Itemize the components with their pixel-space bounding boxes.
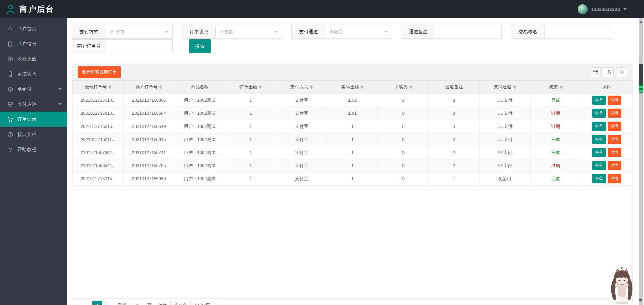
detail-button[interactable]: 详情 [608, 148, 621, 157]
scroll-up-arrow-icon[interactable] [640, 21, 642, 23]
mend-order-button[interactable]: 补单 [592, 161, 606, 170]
sort-icon[interactable] [410, 85, 412, 89]
chevron-down-icon [623, 8, 627, 10]
search-button[interactable]: 搜索 [189, 39, 211, 53]
cell-actions: 补单详情 [581, 133, 632, 146]
sidebar-item-help-tutorial[interactable]: ?帮助教程 [0, 142, 67, 157]
sidebar-item-api-docs[interactable]: 接口文档 [0, 127, 67, 142]
detail-button[interactable]: 详情 [608, 135, 621, 144]
pagination-confirm-button[interactable]: 确定 [155, 301, 171, 305]
mend-order-button[interactable]: 补单 [592, 96, 606, 105]
cell-pay-method: 支付宝 [276, 94, 327, 107]
filter-label: 订单状态 [182, 25, 216, 38]
cell-pay-channel: YY支付 [480, 146, 531, 159]
sort-icon[interactable] [361, 85, 363, 89]
pagination-page-1[interactable]: 1 [92, 301, 102, 305]
cell-channel-note: 3 [429, 133, 480, 146]
sidebar-item-merchant-home[interactable]: 商户首页 [0, 21, 67, 36]
user-menu[interactable]: 13333333333 [578, 4, 644, 14]
mend-order-button[interactable]: 补单 [592, 135, 606, 144]
cell-merchant-order-no: 20210127155705 [123, 159, 174, 172]
sidebar-item-order-records[interactable]: 订单记录 [0, 112, 67, 127]
cell-product-name: 用户：1002测试 [174, 120, 225, 133]
cell-actual-amount: 1 [327, 172, 378, 185]
table-row: 2021012715011...20210127155915用户：1002测试1… [73, 133, 632, 146]
person-logo-icon [6, 4, 15, 15]
table-row: 2101271556541...20210127155705用户：1002测试1… [73, 159, 632, 172]
columns-filter-button[interactable] [591, 67, 601, 77]
sidebar-item-no-sign-pay[interactable]: 免签付 [0, 82, 67, 97]
cell-channel-note: 2 [429, 146, 480, 159]
cell-product-name: 用户：1002测试 [174, 146, 225, 159]
cell-actual-amount: 1 [327, 133, 378, 146]
cell-order-amount: 1 [225, 146, 276, 159]
doc-edit-icon [7, 41, 13, 47]
scrollbar-track[interactable] [639, 18, 643, 305]
sidebar-item-monitor-status[interactable]: 监控状态 [0, 66, 67, 82]
sort-icon[interactable] [259, 85, 262, 89]
detail-button[interactable]: 详情 [608, 174, 621, 183]
mascot-widget[interactable] [606, 266, 638, 305]
user-avatar[interactable] [578, 4, 588, 14]
orders-table: 云端订单号商户订单号商品名称订单金额支付方式实际金额手续费通道备注支付通道状态操… [72, 81, 632, 186]
column-label: 商品名称 [191, 84, 209, 90]
pagination-page-label: 页 [147, 301, 152, 305]
sidebar-item-pay-channel[interactable]: 支付通道 [0, 97, 67, 112]
select-value: 不限制 [329, 29, 343, 35]
mend-order-button[interactable]: 补单 [592, 174, 606, 183]
merchant-order-no-input[interactable] [106, 40, 172, 53]
trade-domain-input[interactable] [545, 25, 611, 38]
cell-actual-amount: 1 [327, 120, 378, 133]
pagination-jump-input[interactable] [130, 301, 144, 305]
column-label: 商户订单号 [136, 84, 157, 90]
sort-icon[interactable] [513, 85, 516, 89]
col-status[interactable]: 状态 [530, 81, 581, 94]
column-label: 实际金额 [341, 84, 359, 90]
sidebar-item-merchant-info[interactable]: 商户信息 [0, 36, 67, 51]
export-button[interactable] [604, 67, 614, 77]
detail-button[interactable]: 详情 [608, 161, 621, 170]
mascot-character[interactable] [606, 266, 638, 305]
print-button[interactable] [617, 67, 627, 77]
order-status-select[interactable]: 不限制 [216, 25, 282, 38]
chevron-down-icon [58, 103, 62, 105]
pay-method-select[interactable]: 不限制 [106, 25, 172, 38]
col-cloud-order-no[interactable]: 云端订单号 [73, 81, 124, 94]
cell-fee: 0 [378, 159, 429, 172]
scrollbar-thumb[interactable] [639, 64, 643, 85]
col-actual-amount[interactable]: 实际金额 [327, 81, 378, 94]
delete-expired-orders-button[interactable]: 删除所有过期订单 [78, 66, 121, 78]
sort-icon[interactable] [159, 85, 162, 89]
sort-icon[interactable] [560, 85, 562, 89]
pagination: ‹ 1 › 到第 页 确定 共 8 条 10 条/页 ▾ [79, 301, 218, 305]
cell-order-amount: 1 [225, 94, 276, 107]
sort-icon[interactable] [310, 85, 313, 89]
sort-icon[interactable] [109, 85, 111, 89]
mend-order-button[interactable]: 补单 [592, 148, 606, 157]
sidebar-item-balance-recharge[interactable]: 余额充值 [0, 51, 67, 66]
channel-note-input[interactable] [435, 25, 501, 38]
detail-button[interactable]: 详情 [608, 96, 621, 105]
column-label: 通道备注 [445, 84, 463, 90]
detail-button[interactable]: 详情 [608, 109, 621, 118]
pagination-next-button[interactable]: › [105, 301, 115, 305]
pagination-prev-button[interactable]: ‹ [79, 301, 89, 305]
detail-button[interactable]: 详情 [608, 122, 621, 131]
mend-order-button[interactable]: 补单 [592, 122, 606, 131]
pay-channel-select[interactable]: 不限制 [325, 25, 392, 38]
col-pay-method[interactable]: 支付方式 [276, 81, 327, 94]
chevron-down-icon [58, 88, 62, 90]
pagination-limit-select[interactable]: 10 条/页 ▾ [190, 301, 218, 305]
col-merchant-order-no[interactable]: 商户订单号 [123, 81, 174, 94]
col-pay-channel[interactable]: 支付通道 [480, 81, 531, 94]
mend-order-button[interactable]: 补单 [592, 109, 606, 118]
mascot-toggle-icon[interactable] [639, 299, 642, 302]
sidebar-item-label: 支付通道 [17, 101, 36, 107]
col-order-amount[interactable]: 订单金额 [225, 81, 276, 94]
pagination-limit-value: 10 条/页 [194, 302, 210, 305]
cell-fee: 0 [378, 172, 429, 185]
scrollbar [638, 18, 644, 305]
col-fee[interactable]: 手续费 [378, 81, 429, 94]
cell-pay-method: 支付宝 [276, 172, 327, 185]
col-product-name: 商品名称 [174, 81, 225, 94]
